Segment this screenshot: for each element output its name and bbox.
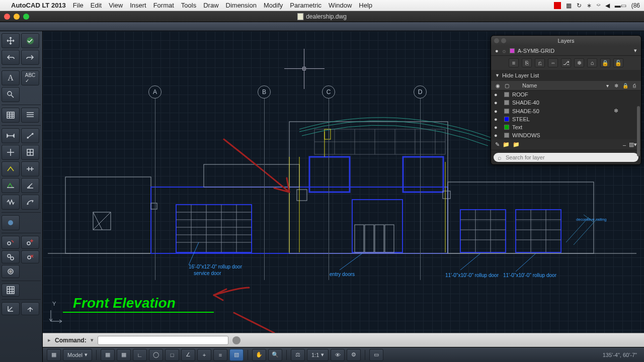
aligned-dim-tool[interactable] [21, 128, 39, 143]
point-tool[interactable] [2, 215, 20, 230]
settings-icon[interactable]: ▥▾ [629, 141, 637, 148]
ucs-tool[interactable] [2, 302, 20, 315]
command-input[interactable] [98, 336, 228, 345]
polar-button[interactable]: ◯ [149, 349, 163, 361]
col-freeze-icon[interactable]: ❄ [613, 83, 620, 88]
col-plot-icon[interactable]: ⎙ [631, 83, 638, 88]
close-button[interactable] [4, 14, 10, 20]
model-space-button[interactable]: Model ▾ [63, 349, 92, 361]
text-tool[interactable]: A [2, 70, 20, 85]
lineweight-button[interactable]: ≡ [213, 349, 227, 361]
layer-tool-6[interactable]: ❄ [574, 58, 584, 67]
layer-tool-5[interactable]: ⎇ [561, 58, 571, 67]
layer-item-steel[interactable]: ●STEEL [491, 115, 641, 123]
grid-tool[interactable] [2, 284, 20, 297]
zoom-button-status[interactable]: 🔍 [268, 349, 282, 361]
table-tool[interactable] [2, 108, 20, 123]
menu-file[interactable]: File [73, 2, 84, 9]
layers-panel-header[interactable]: Layers [491, 36, 641, 46]
layer-item-windows[interactable]: ●WINDOWS [491, 131, 641, 139]
coincident-tool[interactable] [2, 265, 20, 278]
linear-dim-tool[interactable] [2, 128, 20, 143]
quick-props-button[interactable]: ▦ [47, 349, 61, 361]
layers-panel[interactable]: Layers ● ☼ A-SYMB-GRID ▾ ≡ ⎘ ⎌ ⎓ ⎇ ❄ ⌂ 🔒… [491, 35, 641, 165]
annotation-scale-button[interactable]: 1:1 ▾ [307, 349, 329, 361]
angular-dim-tool[interactable] [21, 178, 39, 193]
tab-button-icon[interactable]: ▸ [48, 337, 51, 343]
layer-tool-1[interactable]: ≡ [509, 58, 519, 67]
spell-check-tool[interactable]: ABC✓ [21, 70, 39, 85]
continue-dim-tool[interactable] [21, 161, 39, 176]
layer-item-text[interactable]: ●Text [491, 123, 641, 131]
layer-tool-3[interactable]: ⎌ [535, 58, 545, 67]
menu-help[interactable]: Help [359, 2, 372, 9]
wifi-icon[interactable]: ⌔ [597, 2, 600, 9]
layer-search-input[interactable] [494, 153, 638, 162]
minimize-button[interactable] [14, 14, 20, 20]
zoom-button[interactable] [23, 14, 29, 20]
hide-layer-list-toggle[interactable]: ▼ Hide Layer List [491, 70, 641, 81]
current-layer-row[interactable]: ● ☼ A-SYMB-GRID ▾ [491, 46, 641, 56]
transparency-button[interactable]: ▧ [229, 349, 244, 361]
layer-item-shade40[interactable]: ●SHADE-40 [491, 99, 641, 107]
annotation-scale-icon[interactable]: ⚖ [291, 349, 305, 361]
layer-sun-icon[interactable]: ☼ [502, 48, 507, 54]
grid-display-button[interactable]: ▦ [101, 349, 115, 361]
list-tool[interactable] [21, 108, 39, 123]
menu-format[interactable]: Format [153, 2, 174, 9]
layer-tool-unlock[interactable]: 🔓 [613, 58, 623, 67]
battery-icon[interactable]: ▬▭ [615, 2, 626, 9]
find-tool[interactable] [2, 87, 20, 102]
pan-button[interactable]: ✋ [252, 349, 266, 361]
redo-button[interactable] [21, 50, 39, 65]
hatch-tool[interactable] [21, 33, 39, 48]
menu-parametric[interactable]: Parametric [290, 2, 321, 9]
layer-tool-7[interactable]: ⌂ [587, 58, 597, 67]
minus-icon[interactable]: – [623, 142, 626, 148]
undo-button[interactable] [2, 50, 20, 65]
command-recent-icon[interactable] [232, 336, 240, 344]
layer-state-icon[interactable]: ✎ [495, 141, 500, 148]
command-chevron-icon[interactable]: ▾ [91, 337, 94, 343]
arc-dim-tool[interactable] [21, 195, 39, 210]
layer-item-shade50[interactable]: ●SHADE-50❄ [491, 107, 641, 115]
menu-modify[interactable]: Modify [264, 2, 283, 9]
workspace-button[interactable]: ⚙ [347, 349, 361, 361]
ortho-button[interactable]: ∟ [133, 349, 147, 361]
menu-draw[interactable]: Draw [203, 2, 218, 9]
layer-visible-icon[interactable]: ● [495, 48, 499, 54]
menu-insert[interactable]: Insert [130, 2, 146, 9]
layer-tool-4[interactable]: ⎓ [548, 58, 558, 67]
snap-button[interactable]: ▦ [117, 349, 131, 361]
col-lock-icon[interactable]: 🔒 [622, 83, 629, 88]
auto-constrain-tool[interactable] [2, 250, 20, 263]
delete-constraint-tool[interactable] [2, 236, 20, 249]
volume-icon[interactable]: ◀ [605, 2, 610, 9]
jogged-dim-tool[interactable] [2, 195, 20, 210]
menu-dimension[interactable]: Dimension [226, 2, 257, 9]
menu-tools[interactable]: Tools [181, 2, 196, 9]
dyninput-button[interactable]: + [197, 349, 211, 361]
clean-screen-button[interactable]: ▭ [369, 349, 383, 361]
menu-window[interactable]: Window [329, 2, 352, 9]
layer-tool-lock[interactable]: 🔒 [600, 58, 610, 67]
layer-color-swatch[interactable] [510, 48, 515, 53]
constraint-settings-tool[interactable] [21, 236, 39, 249]
move-tool[interactable] [2, 33, 20, 48]
annotation-visibility-button[interactable]: 👁 [331, 349, 345, 361]
ordinate-dim-tool[interactable] [21, 145, 39, 160]
menu-edit[interactable]: Edit [91, 2, 102, 9]
layers-scrollbar[interactable] [637, 106, 640, 156]
menu-view[interactable]: View [109, 2, 123, 9]
col-color-icon[interactable]: ▢ [503, 83, 510, 88]
quick-dim-tool[interactable] [2, 161, 20, 176]
folder-icon-2[interactable]: 📁 [513, 141, 520, 148]
layer-tool-2[interactable]: ⎘ [522, 58, 532, 67]
osnap-button[interactable]: □ [165, 349, 179, 361]
folder-icon[interactable]: 📁 [503, 141, 510, 148]
grid-menulet-icon[interactable]: ▦ [566, 2, 572, 9]
named-ucs-tool[interactable] [21, 302, 39, 315]
app-name[interactable]: AutoCAD LT 2013 [11, 2, 66, 9]
remove-constraint-tool[interactable] [21, 250, 39, 263]
timemachine-icon[interactable]: ↻ [577, 2, 582, 9]
